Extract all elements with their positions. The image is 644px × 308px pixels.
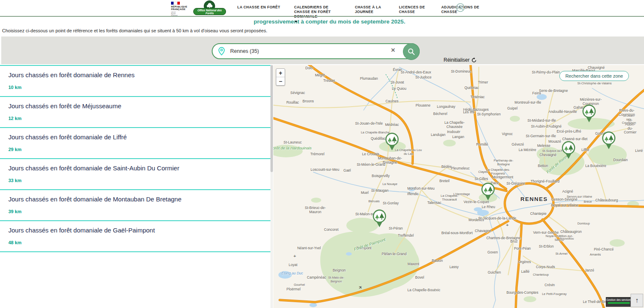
scroll-to-top-button[interactable]: ↑ [631,294,643,307]
forest-marker-icon [480,183,496,201]
result-distance: 39 km [8,209,21,214]
result-item[interactable]: Jours chassés en forêt de Méjusseaume12 … [0,97,273,128]
map-base-layer [273,65,644,308]
result-item[interactable]: Jours chassés en forêt domaniale de Renn… [0,66,273,97]
results-list: Jours chassés en forêt domaniale de Renn… [0,65,273,308]
result-title: Jours chassés en forêt domaniale de Gaël… [8,227,155,234]
refresh-icon [471,57,477,63]
result-item[interactable]: Jours chassés en forêt domaniale de Liff… [0,128,273,159]
map-zoom-control: + − [276,68,285,86]
result-title: Jours chassés en forêt domaniale de Liff… [8,133,127,141]
forest-marker[interactable] [582,104,597,125]
forest-marker-icon [601,131,616,150]
result-distance: 10 km [8,85,21,90]
result-item[interactable]: Jours chassés en forêt domaniale de Gaël… [0,221,273,252]
list-scrollbar-thumb[interactable] [270,65,273,172]
magnifier-icon [408,48,415,55]
intro-text: Choisissez ci-dessous un point de référe… [2,28,267,33]
nav-item[interactable]: LICENCES DE CHASSE [399,5,427,22]
location-pin-icon [218,47,225,57]
services-progress-bar [608,302,630,304]
services-label: Gestion des services [606,298,631,301]
header: RÉPUBLIQUE FRANÇAISE Liberté Égalité Fra… [0,0,644,16]
main-nav: LA CHASSE EN FORÊTCALENDRIERS DE CHASSE … [237,5,484,22]
forest-marker[interactable] [601,131,616,151]
forest-marker[interactable] [384,133,400,153]
result-item[interactable]: Jours chassés en forêt domaniale de Mont… [0,190,273,221]
forest-marker[interactable] [372,209,387,230]
result-item[interactable]: Jours chassés en forêt domaniale de Sain… [0,159,273,190]
nav-item[interactable]: LA CHASSE EN FORÊT [237,5,280,22]
zoom-in-button[interactable]: + [276,69,285,77]
forest-marker-icon [372,209,387,228]
result-title: Jours chassés en forêt de Méjusseaume [8,102,121,110]
forest-marker[interactable] [480,183,496,203]
result-title: Jours chassés en forêt domaniale de Mont… [8,196,182,203]
reset-button[interactable]: Réinitialiser [444,57,477,63]
forest-marker-icon [384,133,400,151]
list-scrollbar-track [270,65,273,308]
result-distance: 33 km [8,178,21,183]
nav-item[interactable]: CHASSE À LA JOURNÉE [355,5,385,22]
result-title: Jours chassés en forêt domaniale de Sain… [8,164,179,172]
result-distance: 12 km [8,116,21,121]
rf-logo-text: RÉPUBLIQUE FRANÇAISE [171,5,194,11]
header-divider [0,16,644,17]
services-management-widget[interactable]: Gestion des services [606,297,632,307]
zoom-out-button[interactable]: − [276,77,285,85]
forest-marker-icon [561,141,576,159]
onf-logo-label: Office National des Forêts [193,8,226,15]
forest-marker[interactable] [561,141,576,161]
result-distance: 29 km [8,147,21,152]
map-canvas[interactable]: DoloMégritTrédiasPlumaudanÉvranSt-André-… [273,65,644,308]
search-button[interactable] [403,43,420,60]
result-distance: 48 km [8,240,21,245]
clear-search-icon[interactable]: ✕ [391,47,395,53]
forest-marker-icon [582,104,597,123]
onf-logo[interactable]: Office National des Forêts [193,0,225,16]
header-search-icon[interactable] [456,3,466,13]
search-this-zone-button[interactable]: Rechercher dans cette zone [559,71,629,81]
nav-item[interactable]: CALENDRIERS DE CHASSE EN FORÊT DOMANIALE [294,5,341,22]
result-title: Jours chassés en forêt domaniale de Renn… [8,71,135,78]
reset-label: Réinitialiser [444,57,470,63]
location-search: ✕ [212,43,420,59]
republique-francaise-logo: RÉPUBLIQUE FRANÇAISE Liberté Égalité Fra… [171,2,194,17]
search-input[interactable] [229,45,386,57]
french-flag-icon [171,2,194,5]
up-arrow-icon: ↑ [635,297,639,304]
